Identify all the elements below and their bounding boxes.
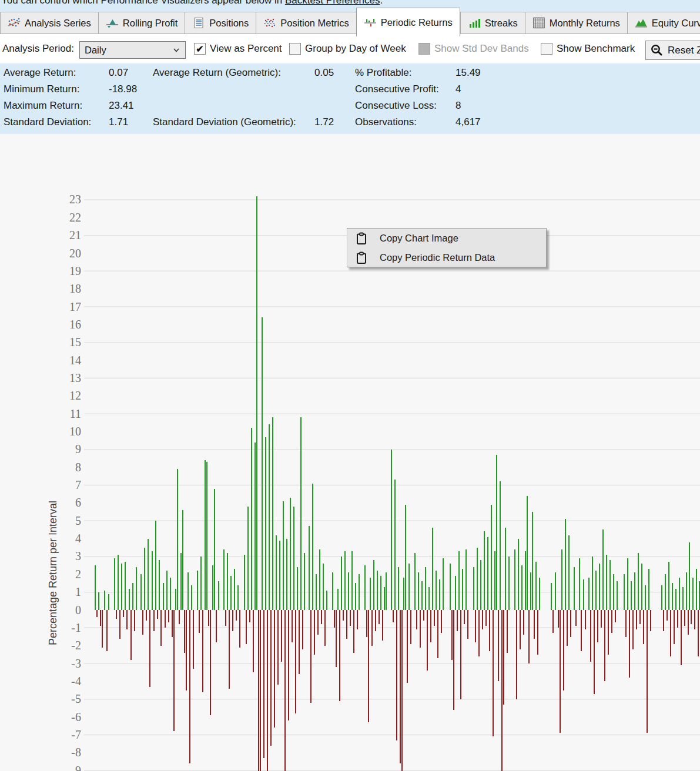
negative-return-bar <box>267 610 268 771</box>
y-axis-tick: 22 <box>69 211 81 224</box>
checkbox-view-as-percent[interactable]: ✔ View as Percent <box>194 43 282 55</box>
tab-periodic-returns[interactable]: Periodic Returns <box>356 8 460 36</box>
positive-return-bar <box>665 574 666 610</box>
checkbox-box[interactable] <box>541 43 552 55</box>
positive-return-bar <box>398 567 399 610</box>
positive-return-bar <box>148 539 149 610</box>
negative-return-bar <box>153 610 155 631</box>
tab-label: Position Metrics <box>280 18 349 29</box>
rolling-profit-icon <box>106 17 119 29</box>
negative-return-bar <box>193 610 194 669</box>
positions-icon <box>192 17 205 29</box>
positive-return-bar <box>341 557 342 610</box>
negative-return-bar <box>288 610 289 720</box>
equity-curve-icon <box>635 17 648 29</box>
negative-return-bar <box>464 610 465 624</box>
positive-return-bar <box>588 578 590 610</box>
tab-analysis-series[interactable]: Analysis Series <box>0 12 98 34</box>
negative-return-bar <box>552 610 554 633</box>
negative-return-bar <box>475 610 476 642</box>
tab-label: Equity Curve <box>652 18 700 29</box>
checkbox-show-std-dev-bands: Show Std Dev Bands <box>418 43 529 55</box>
positive-return-bar <box>262 317 263 610</box>
positive-return-bar <box>521 565 523 610</box>
clipboard-icon <box>355 252 368 264</box>
positive-return-bar <box>214 489 215 610</box>
positive-return-bar <box>98 592 99 610</box>
stat-value: 4,617 <box>455 116 481 128</box>
negative-return-bar <box>489 610 490 651</box>
y-axis-tick: 2 <box>75 568 81 581</box>
reset-zoom-button[interactable]: Reset Zoom <box>645 41 700 60</box>
negative-return-bar <box>575 610 577 626</box>
tab-position-metrics[interactable]: Position Metrics <box>256 12 356 34</box>
tab-equity-curve[interactable]: Equity Curve <box>627 12 700 34</box>
positive-return-bar <box>627 558 628 610</box>
negative-return-bar <box>343 610 344 621</box>
positive-return-bar <box>436 571 437 610</box>
positive-return-bar <box>364 565 366 610</box>
positive-return-bar <box>631 581 632 610</box>
negative-return-bar <box>396 610 397 740</box>
tab-streaks[interactable]: Streaks <box>460 12 525 34</box>
positive-return-bar <box>132 583 133 610</box>
positive-return-bar <box>254 443 256 610</box>
negative-return-bar <box>277 610 279 685</box>
positive-return-bar <box>496 455 497 610</box>
checkbox-label: View as Percent <box>210 43 282 55</box>
negative-return-bar <box>698 610 699 656</box>
positive-return-bar <box>230 576 232 610</box>
visualizer-notice-text: You can control which Performance Visual… <box>1 0 383 6</box>
positive-return-bar <box>129 589 130 610</box>
negative-return-bar <box>688 610 689 635</box>
checkbox-box[interactable]: ✔ <box>194 43 206 55</box>
negative-return-bar <box>684 610 685 626</box>
clipboard-icon <box>355 232 368 245</box>
negative-return-bar <box>366 610 367 637</box>
negative-return-bar <box>186 610 187 690</box>
positive-return-bar <box>638 553 639 610</box>
negative-return-bar <box>321 610 322 624</box>
negative-return-bar <box>123 610 124 617</box>
analysis-period-select[interactable]: Daily <box>79 41 186 59</box>
negative-return-bar <box>339 610 340 701</box>
positive-return-bar <box>170 578 171 610</box>
tab-monthly-returns[interactable]: Monthly Returns <box>525 12 627 34</box>
y-axis-tick: 12 <box>69 389 81 402</box>
menu-item-copy-chart-image[interactable]: Copy Chart Image <box>347 229 546 248</box>
positive-return-bar <box>682 587 684 610</box>
negative-return-bar <box>142 610 143 635</box>
negative-return-bar <box>263 610 264 758</box>
tab-positions[interactable]: Positions <box>185 12 256 34</box>
menu-item-copy-periodic-return-data[interactable]: Copy Periodic Return Data <box>347 248 546 267</box>
positive-return-bar <box>391 450 392 610</box>
positive-return-bar <box>247 507 249 610</box>
stat-label: Consecutive Profit: <box>355 83 439 95</box>
negative-return-bar <box>168 610 169 622</box>
negative-return-bar <box>694 610 695 629</box>
positive-return-bar <box>661 585 662 610</box>
positive-return-bar <box>251 428 252 610</box>
checkbox-box <box>418 43 430 55</box>
y-axis-tick: 4 <box>75 532 81 545</box>
negative-return-bar <box>674 610 675 644</box>
negative-return-bar <box>260 610 261 771</box>
negative-return-bar <box>232 610 233 631</box>
negative-return-bar <box>498 610 499 681</box>
positive-return-bar <box>212 565 213 610</box>
positive-return-bar <box>377 571 378 610</box>
positive-return-bar <box>672 583 673 610</box>
checkbox-group-by-day-of-week[interactable]: Group by Day of Week <box>289 43 406 55</box>
positive-return-bar <box>574 567 575 610</box>
negative-return-bar <box>119 610 120 639</box>
negative-return-bar <box>597 610 598 642</box>
negative-return-bar <box>608 610 609 655</box>
negative-return-bar <box>310 610 312 703</box>
checkbox-box[interactable] <box>289 43 301 55</box>
positive-return-bar <box>300 417 302 610</box>
backtest-preferences-link[interactable]: Backtest Preferences <box>285 0 380 6</box>
checkbox-show-benchmark[interactable]: Show Benchmark <box>541 43 635 55</box>
tab-rolling-profit[interactable]: Rolling Profit <box>98 12 185 34</box>
positive-return-bar <box>675 589 676 610</box>
stat-value: 1.71 <box>109 116 128 128</box>
